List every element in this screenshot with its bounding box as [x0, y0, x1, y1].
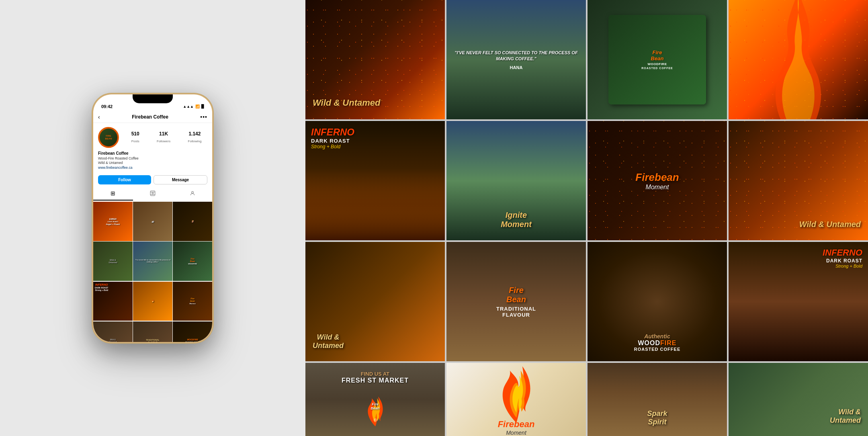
ig-header: ‹ Firebean Coffee •••: [93, 111, 212, 123]
grid-item-3[interactable]: 🪵: [173, 202, 212, 241]
wifi-icon: 📶: [195, 104, 200, 108]
following-label: Following: [188, 139, 202, 143]
mosaic-label-9: Wild &Untamed: [313, 333, 344, 350]
mosaic-firebean-14: Firebean: [498, 419, 535, 430]
svg-rect-0: [150, 191, 155, 196]
profile-title: Firebean Coffee: [132, 114, 168, 120]
mosaic-label-16: Wild &Untamed: [830, 408, 861, 425]
mosaic-flavour-10: FLAVOUR: [496, 312, 536, 318]
tagged-icon: [190, 190, 195, 197]
profile-username: Firebean Coffee: [98, 151, 207, 156]
profile-bio-line2: Wild & Untamed: [98, 161, 207, 166]
grid-item-12[interactable]: WOODFIREROASTED COFFEE: [173, 321, 212, 342]
profile-section: FIREBEAN 510 Posts 11K Followers: [93, 123, 212, 172]
battery-icon: ▉: [201, 104, 204, 108]
mosaic-coffee-11: ROASTED COFFEE: [634, 347, 680, 352]
grid-icon: ⊞: [111, 190, 115, 197]
mosaic-wood-11: WOODFIRE: [634, 340, 680, 347]
mosaic-item-1[interactable]: Wild & Untamed: [305, 0, 445, 119]
mosaic-author-2: HANA: [450, 65, 583, 70]
signal-icon: ▲▲▲: [183, 104, 194, 108]
action-buttons: Follow Message: [98, 175, 207, 184]
mosaic-label-8: Wild & Untamed: [799, 220, 861, 229]
grid-item-4[interactable]: Wild &Untamed: [93, 242, 133, 281]
mosaic-label-6: IgniteMoment: [501, 211, 532, 229]
grid-item-5[interactable]: "I've never felt so connected to the pro…: [133, 242, 172, 281]
stat-posts: 510 Posts: [131, 131, 139, 144]
followers-count: 11K: [157, 131, 170, 137]
grid-item-8[interactable]: 🔥: [133, 282, 172, 321]
right-panel: Wild & Untamed "I'VE NEVER FELT SO CONNE…: [305, 0, 868, 436]
status-icons: ▲▲▲ 📶 ▉: [183, 104, 204, 108]
grid-item-1[interactable]: EMBERLIGHT ROASTAnget + Fluent: [93, 202, 133, 241]
grid-item-9[interactable]: FirebeanMoment: [173, 282, 212, 321]
mosaic-auth-11: Authentic: [634, 333, 680, 340]
grid-item-11[interactable]: TRADITIONALFLAVOUR: [133, 321, 172, 342]
mosaic-item-8[interactable]: Wild & Untamed: [729, 121, 868, 240]
profile-top: FIREBEAN 510 Posts 11K Followers: [98, 127, 207, 148]
mosaic-trad-10: TRADITIONAL: [496, 306, 536, 312]
tab-tagged[interactable]: [172, 187, 212, 201]
phone-notch: [133, 94, 173, 103]
stat-followers: 11K Followers: [157, 131, 170, 144]
mosaic-item-12[interactable]: INFERNO DARK ROAST Strong + Bold: [729, 242, 868, 361]
mosaic-item-3[interactable]: FireBean WOODFIRE ROASTED COFFEE: [588, 0, 727, 119]
mosaic-item-7[interactable]: Firebean Moment: [588, 121, 727, 240]
profile-website[interactable]: www.firebeancoffee.ca: [98, 166, 207, 170]
coffee-bag-visual: FireBean WOODFIRE ROASTED COFFEE: [608, 15, 706, 104]
reels-icon: [150, 190, 156, 197]
status-time: 09:42: [101, 104, 113, 109]
mosaic-item-16[interactable]: Wild &Untamed: [729, 363, 868, 436]
mosaic-item-14[interactable]: Firebean Moment: [446, 363, 586, 436]
inferno-title-5: INFERNO: [311, 127, 354, 138]
follow-button[interactable]: Follow: [98, 175, 151, 184]
mosaic-item-13[interactable]: FireBean FIND US AT FRESH ST MARKET: [305, 363, 445, 436]
mosaic-item-2[interactable]: "I'VE NEVER FELT SO CONNECTED TO THE PRO…: [446, 0, 586, 119]
mosaic-quote-2: "I'VE NEVER FELT SO CONNECTED TO THE PRO…: [450, 49, 583, 62]
followers-label: Followers: [157, 139, 170, 143]
mosaic-item-10[interactable]: FireBean TRADITIONAL FLAVOUR: [446, 242, 586, 361]
posts-label: Posts: [131, 139, 139, 143]
grid-item-7[interactable]: INFERNO DARK ROAST Strong + Bold: [93, 282, 133, 321]
inferno-sub-12: DARK ROAST: [823, 258, 862, 264]
inferno-title-12: INFERNO: [823, 248, 862, 258]
phone-screen: 09:42 ▲▲▲ 📶 ▉ ‹ Firebean Coffee •••: [93, 94, 212, 342]
market-find: FIND US AT: [305, 371, 445, 377]
grid-item-10[interactable]: Wild &Untamed: [93, 321, 133, 342]
mosaic-item-5[interactable]: INFERNO DARK ROAST Strong + Bold: [305, 121, 445, 240]
inferno-sub-5: DARK ROAST: [311, 138, 354, 144]
phone-mockup: 09:42 ▲▲▲ 📶 ▉ ‹ Firebean Coffee •••: [92, 94, 213, 343]
menu-dots[interactable]: •••: [200, 114, 207, 120]
stats-container: 510 Posts 11K Followers 1.142 Following: [125, 131, 207, 144]
grid-item-6[interactable]: FireBeanWOODFIRE: [173, 242, 212, 281]
following-count: 1.142: [188, 131, 202, 137]
mosaic-moment-14: Moment: [498, 430, 535, 436]
mosaic-spark-15: SparkSpirit: [647, 409, 667, 426]
svg-point-1: [152, 192, 154, 194]
inferno-desc-12: Strong + Bold: [823, 264, 862, 268]
tab-bar: ⊞: [93, 187, 212, 201]
mosaic-firebean-7: Firebean: [635, 171, 679, 183]
message-button[interactable]: Message: [154, 175, 207, 184]
mosaic-item-15[interactable]: SparkSpirit: [588, 363, 727, 436]
mosaic-moment-7: Moment: [635, 183, 679, 190]
photo-grid: EMBERLIGHT ROASTAnget + Fluent ☕ 🪵: [93, 202, 212, 342]
left-panel: 09:42 ▲▲▲ 📶 ▉ ‹ Firebean Coffee •••: [0, 0, 305, 436]
mosaic-item-11[interactable]: Authentic WOODFIRE ROASTED COFFEE: [588, 242, 727, 361]
mosaic-item-4[interactable]: [729, 0, 868, 119]
mosaic-item-6[interactable]: IgniteMoment: [446, 121, 586, 240]
tab-reels[interactable]: [133, 187, 173, 201]
market-name: FRESH ST MARKET: [305, 377, 445, 384]
posts-count: 510: [131, 131, 139, 137]
svg-point-4: [191, 191, 193, 193]
mosaic-item-9[interactable]: Wild &Untamed: [305, 242, 445, 361]
svg-point-5: [373, 418, 377, 422]
avatar: FIREBEAN: [98, 127, 119, 148]
mosaic-label-1: Wild & Untamed: [313, 98, 380, 108]
tab-grid[interactable]: ⊞: [93, 187, 133, 201]
mosaic-firebean-10: FireBean: [496, 286, 536, 304]
inferno-desc-5: Strong + Bold: [311, 144, 354, 149]
back-button[interactable]: ‹: [98, 114, 100, 120]
grid-item-2[interactable]: ☕: [133, 202, 172, 241]
profile-bio-line1: Wood-Fire Roasted Coffee: [98, 156, 207, 161]
